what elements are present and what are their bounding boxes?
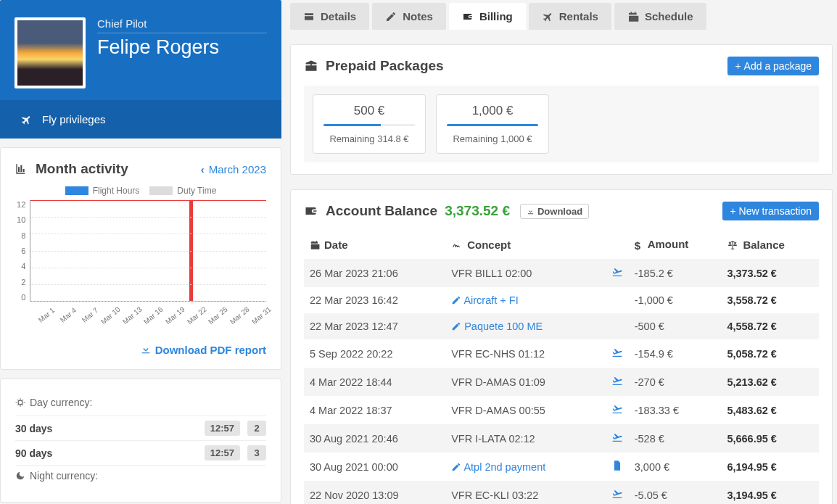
table-row: 4 Mar 2022 18:37VFR D-AMAS 00:55-183.33 … [304, 396, 819, 424]
profile-name: Felipe Rogers [97, 36, 267, 59]
wallet-icon [304, 204, 318, 218]
download-icon [140, 344, 152, 355]
table-row: 30 Aug 2021 00:00 Atpl 2nd payment3,000 … [304, 453, 819, 481]
moon-icon [15, 471, 25, 481]
notes-icon [385, 11, 397, 22]
time-badge: 12:57 [205, 445, 240, 460]
edit-icon [451, 295, 461, 305]
activity-chart: 121086420 Mar 1Mar 4Mar 7Mar 10Mar 13Mar… [15, 200, 266, 331]
day-currency-label: Day currency: [15, 397, 266, 408]
takeoff-icon[interactable] [611, 375, 623, 387]
profile-role: Chief Pilot [97, 17, 267, 33]
takeoff-icon[interactable] [611, 347, 623, 358]
plus-icon: + [730, 205, 735, 217]
add-package-button[interactable]: + Add a package [727, 57, 819, 75]
currency-panel: Day currency: 30 days12:57290 days12:573… [0, 379, 281, 503]
table-row: 4 Mar 2022 18:44VFR D-AMAS 01:09-270 €5,… [304, 368, 819, 396]
takeoff-icon[interactable] [611, 488, 623, 500]
edit-icon [451, 462, 461, 472]
tabs: DetailsNotesBillingRentalsSchedule [290, 0, 833, 30]
edit-icon [451, 321, 461, 331]
new-transaction-button[interactable]: + New transaction [722, 202, 819, 220]
download-icon [527, 207, 535, 215]
month-selector[interactable]: ‹ March 2023 [201, 163, 266, 175]
profile-card: Chief Pilot Felipe Rogers Fly privileges [0, 0, 281, 139]
takeoff-icon[interactable] [611, 431, 623, 443]
balance-value: 3,373.52 € [445, 203, 510, 219]
dollar-icon: $ [635, 239, 640, 252]
time-badge: 12:57 [205, 421, 240, 436]
table-row: 5 Sep 2022 20:22VFR EC-NHS 01:12-154.9 €… [304, 339, 819, 368]
calendar-icon [310, 240, 320, 250]
plane-icon [20, 114, 32, 125]
table-row: 26 Mar 2023 21:06VFR BILL1 02:00-185.2 €… [304, 259, 819, 287]
table-row: 22 Mar 2023 16:42 Aircraft + FI-1,000 €3… [304, 287, 819, 313]
tab-notes[interactable]: Notes [372, 3, 446, 30]
schedule-icon [627, 11, 639, 22]
fly-privileges-button[interactable]: Fly privileges [0, 100, 281, 139]
signature-icon [451, 240, 463, 250]
download-button[interactable]: Download [520, 204, 589, 219]
chart-icon [15, 163, 27, 175]
table-row: 22 Mar 2023 12:47 Paquete 100 ME-500 €4,… [304, 313, 819, 339]
avatar [15, 17, 86, 88]
sun-icon [15, 397, 25, 408]
prepaid-packages-panel: Prepaid Packages + Add a package 500 €Re… [290, 44, 833, 175]
tab-billing[interactable]: Billing [449, 3, 526, 30]
tab-schedule[interactable]: Schedule [614, 3, 706, 30]
night-currency-label: Night currency: [15, 470, 266, 482]
plus-icon: + [735, 60, 741, 72]
currency-row: 30 days12:572 [15, 418, 266, 439]
concept-link[interactable]: Atpl 2nd payment [451, 461, 545, 473]
prepaid-packages-title: Prepaid Packages [304, 58, 444, 74]
count-badge: 2 [247, 421, 266, 436]
takeoff-icon[interactable] [611, 266, 623, 278]
month-activity-panel: Month activity ‹ March 2023 Flight Hours… [0, 147, 281, 370]
table-row: 22 Nov 2020 13:09VFR EC-KLI 03:22-5.05 €… [304, 481, 819, 504]
account-balance-title: Account Balance 3,373.52 € Download [304, 203, 589, 219]
package-card[interactable]: 1,000 €Remaining 1,000 € [436, 94, 549, 154]
month-activity-title: Month activity [15, 161, 128, 177]
transactions-table: Date Concept $ Amount Balance 26 Mar 202… [304, 231, 819, 504]
download-pdf-link[interactable]: Download PDF report [15, 344, 266, 356]
concept-link[interactable]: Aircraft + FI [451, 294, 519, 306]
balance-icon [727, 240, 738, 250]
count-badge: 3 [247, 445, 266, 460]
tab-rentals[interactable]: Rentals [529, 3, 611, 30]
rentals-icon [542, 11, 553, 22]
takeoff-icon[interactable] [611, 403, 623, 415]
currency-row: 90 days12:573 [15, 442, 266, 463]
details-icon [303, 11, 315, 22]
concept-link[interactable]: Paquete 100 ME [451, 321, 543, 332]
billing-icon [462, 11, 474, 22]
package-icon [304, 59, 318, 73]
table-row: 30 Aug 2021 20:46VFR I-LATA 02:12-528 €5… [304, 424, 819, 453]
chevron-left-icon: ‹ [201, 163, 205, 175]
tab-details[interactable]: Details [290, 3, 369, 30]
package-card[interactable]: 500 €Remaining 314.8 € [313, 94, 426, 154]
document-icon[interactable] [611, 460, 623, 471]
chart-legend: Flight Hours Duty Time [15, 186, 266, 196]
account-balance-panel: Account Balance 3,373.52 € Download + Ne… [290, 189, 833, 504]
